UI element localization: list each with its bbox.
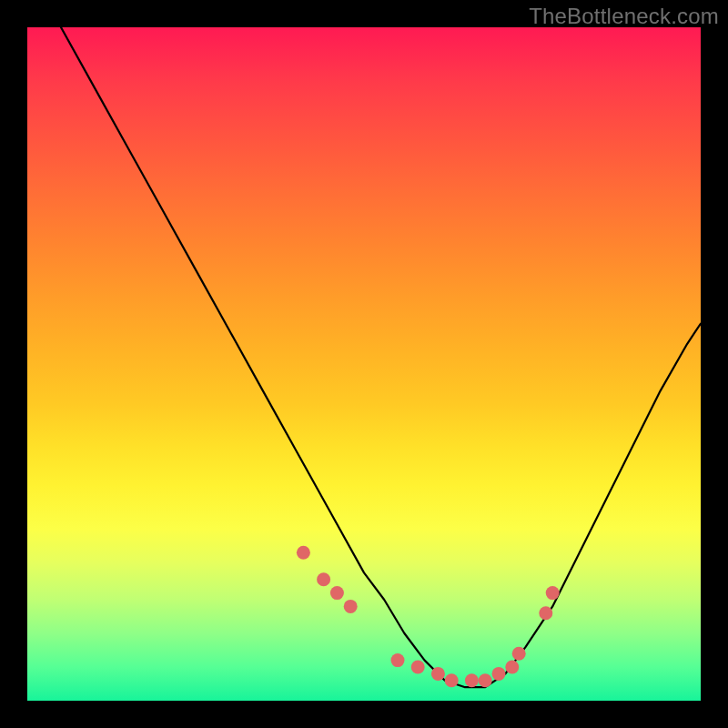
highlight-dot [344,600,358,613]
highlight-dot [512,647,526,661]
chart-svg [27,27,701,701]
highlight-dot [505,661,519,674]
highlight-dot [492,667,506,681]
chart-plot-area [27,27,701,701]
highlight-dot [317,572,330,586]
highlight-dot [479,673,492,687]
highlight-dot [391,653,405,667]
highlight-dot [445,673,459,687]
highlight-dot [465,673,479,687]
highlight-dot [297,546,310,560]
highlight-dot [546,586,560,600]
highlight-dot [539,606,552,620]
chart-frame: TheBottleneck.com [0,0,728,728]
watermark-text: TheBottleneck.com [529,4,719,29]
highlight-dot [411,661,425,674]
highlight-dot [330,586,344,600]
highlight-dot [431,667,445,681]
highlight-dots-group [297,546,560,688]
bottleneck-curve-path [27,27,701,687]
